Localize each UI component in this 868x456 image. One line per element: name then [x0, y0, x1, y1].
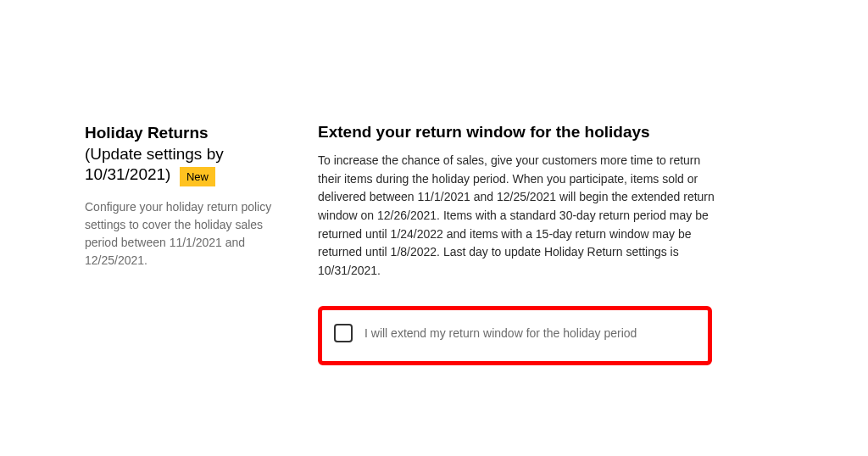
highlight-box: I will extend my return window for the h… — [318, 306, 712, 365]
extend-return-checkbox[interactable] — [334, 324, 353, 342]
checkbox-row: I will extend my return window for the h… — [334, 324, 696, 342]
section-title: Holiday Returns — [85, 124, 209, 142]
section-heading: Holiday Returns (Update settings by 10/3… — [85, 123, 284, 186]
new-badge: New — [180, 167, 215, 186]
sidebar: Holiday Returns (Update settings by 10/3… — [85, 123, 284, 365]
main-description: To increase the chance of sales, give yo… — [318, 152, 716, 281]
settings-panel: Holiday Returns (Update settings by 10/3… — [85, 123, 817, 365]
main-title: Extend your return window for the holida… — [318, 123, 716, 142]
main-content: Extend your return window for the holida… — [318, 123, 716, 365]
section-description: Configure your holiday return policy set… — [85, 198, 284, 270]
checkbox-label: I will extend my return window for the h… — [364, 326, 637, 340]
